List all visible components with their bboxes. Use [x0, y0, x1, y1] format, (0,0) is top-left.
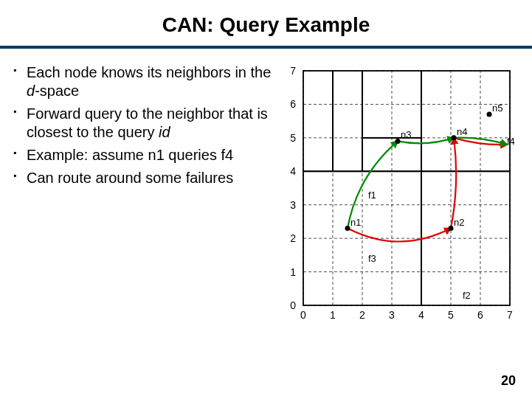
x-tick-label: 0 — [300, 309, 306, 321]
y-tick-label: 7 — [290, 65, 296, 77]
diagram-svg: n1n2n3n4n5f1f2f3f40123456701234567 — [283, 63, 519, 329]
slide-title: CAN: Query Example — [0, 0, 532, 37]
bullet-item: Example: assume n1 queries f4 — [13, 146, 275, 164]
y-tick-label: 0 — [290, 299, 296, 311]
file-label: f1 — [368, 190, 376, 201]
zone-rect — [421, 71, 510, 171]
x-tick-label: 7 — [507, 309, 513, 321]
x-tick-label: 4 — [418, 309, 424, 321]
node-dot — [487, 112, 492, 117]
x-tick-label: 5 — [448, 309, 454, 321]
y-tick-label: 3 — [290, 199, 296, 211]
bullet-em: d — [27, 83, 35, 99]
node-dot — [452, 135, 457, 140]
node-label: n1 — [350, 217, 361, 228]
bullet-text: Example: assume n1 queries f4 — [27, 147, 233, 163]
page-number: 20 — [501, 373, 516, 389]
y-tick-label: 1 — [290, 266, 296, 278]
node-label: n2 — [454, 217, 464, 228]
file-label: f4 — [507, 136, 515, 147]
x-tick-label: 1 — [330, 309, 336, 321]
x-tick-label: 3 — [389, 309, 395, 321]
bullet-text: Can route around some failures — [27, 170, 233, 186]
file-label: f2 — [463, 290, 471, 301]
zone-rect — [303, 71, 333, 171]
bullet-text: Forward query to the neighbor that is cl… — [27, 105, 268, 140]
route-arrow — [348, 229, 451, 242]
bullet-list: Each node knows its neighbors in the d-s… — [13, 63, 275, 329]
y-tick-label: 4 — [290, 165, 296, 177]
x-tick-label: 6 — [477, 309, 483, 321]
node-dot — [345, 226, 350, 231]
route-arrow — [348, 141, 398, 228]
bullet-text: Each node knows its neighbors in the — [27, 64, 271, 80]
route-arrow — [451, 138, 456, 229]
can-diagram: n1n2n3n4n5f1f2f3f40123456701234567 — [283, 63, 519, 329]
node-label: n4 — [457, 126, 467, 137]
bullet-item: Each node knows its neighbors in the d-s… — [13, 63, 275, 100]
y-tick-label: 6 — [290, 98, 296, 110]
x-tick-label: 2 — [359, 309, 365, 321]
node-label: n5 — [492, 103, 502, 114]
node-dot — [395, 139, 401, 144]
y-tick-label: 5 — [290, 132, 296, 144]
zone-rect — [333, 71, 362, 171]
bullet-item: Can route around some failures — [13, 169, 275, 187]
node-label: n3 — [401, 129, 411, 140]
y-tick-label: 2 — [290, 232, 296, 244]
bullet-item: Forward query to the neighbor that is cl… — [13, 105, 275, 142]
bullet-em: id — [159, 124, 170, 140]
bullet-text: -space — [35, 83, 79, 99]
node-dot — [449, 226, 454, 231]
file-label: f3 — [368, 253, 376, 264]
